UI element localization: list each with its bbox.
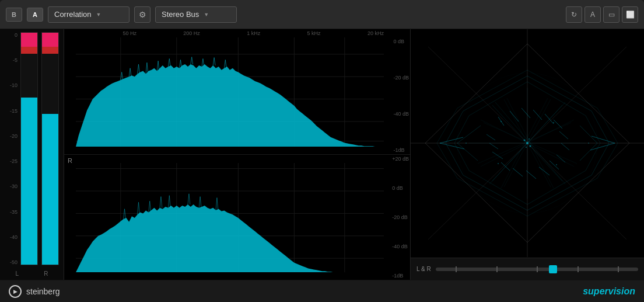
scale-50: -50 [10,259,18,265]
svg-point-66 [528,138,530,140]
module-arrow: ▼ [96,12,102,18]
spectrum-area: 50 Hz 200 Hz 1 kHz 5 kHz 20 kHz [64,29,411,280]
scale-35: -35 [10,209,18,215]
gear-button[interactable]: ⚙ [134,6,150,23]
db-1b: -1dB [392,273,409,279]
vectorscope-area: L R [411,29,644,280]
btn-b[interactable]: B [6,8,22,22]
top-right-buttons: ↻ A ▭ ⬜ [566,6,638,23]
bus-label: Stereo Bus [162,10,199,19]
a-icon: A [590,11,595,19]
rect2-button[interactable]: ⬜ [622,6,638,23]
meter-labels: L R [3,270,61,277]
meters-area: 0 -5 -10 -15 -20 -25 -30 -35 -40 -50 [0,29,64,280]
svg-point-65 [526,147,527,148]
app-container: B A Correlation ▼ ⚙ Stereo Bus ▼ ↻ A ▭ ⬜ [0,0,644,302]
db-20: -20 dB [393,75,409,81]
rect2-icon: ⬜ [626,11,635,19]
a-button[interactable]: A [584,6,601,23]
meter-label-r: R [44,270,48,277]
db-40: -40 dB [393,111,409,117]
svg-point-64 [530,145,531,147]
btn-a[interactable]: A [27,8,43,22]
svg-point-72 [588,143,589,144]
module-label: Correlation [54,10,92,19]
scale-20: -20 [10,133,18,139]
scale-0: 0 [15,32,18,38]
svg-point-71 [466,143,467,144]
svg-point-70 [556,164,557,165]
level-meters: 0 -5 -10 -15 -20 -25 -30 -35 -40 -50 [0,29,64,280]
rect1-button[interactable]: ▭ [603,6,620,23]
steinberg-text: steinberg [26,287,60,296]
svg-point-68 [553,122,554,123]
supervision-logo: supervision [583,286,635,297]
db-plus20: +20 dB [392,156,409,162]
bus-dropdown[interactable]: Stereo Bus ▼ [155,6,237,23]
module-dropdown[interactable]: Correlation ▼ [48,6,130,23]
top-bar: B A Correlation ▼ ⚙ Stereo Bus ▼ ↻ A ▭ ⬜ [0,0,644,29]
spectrum-top-svg [76,37,384,147]
scale-25: -25 [10,158,18,164]
refresh-button[interactable]: ↻ [566,6,582,23]
scale-30: -30 [10,183,18,189]
spectrum-top: 0 dB -20 dB -40 dB -1dB [64,29,410,155]
db-0: 0 dB [393,39,409,44]
svg-point-67 [501,121,502,122]
rect1-icon: ▭ [608,11,615,19]
spectrum-bottom-svg [76,163,384,272]
bus-arrow: ▼ [204,12,209,18]
scale-10: -10 [10,82,18,88]
main-content: 0 -5 -10 -15 -20 -25 -30 -35 -40 -50 [0,29,644,280]
db-20b: -20 dB [392,214,409,220]
db-40b: -40 dB [392,244,409,249]
vectorscope-svg [411,29,644,257]
correlation-bar: L & R [411,258,644,280]
refresh-icon: ↻ [571,11,577,19]
correlation-track[interactable] [436,268,638,271]
svg-point-69 [498,163,499,164]
vision-text: vision [608,286,635,296]
scale-15: -15 [10,108,18,114]
db-0b: 0 dB [392,185,409,191]
spectrum-r-label: R [68,157,72,164]
steinberg-circle-icon: ▶ [9,285,22,298]
bottom-bar: ▶ steinberg supervision [0,280,644,302]
supervision-text: super [583,286,608,296]
vectorscope-display: L R [411,29,644,258]
db-1: -1dB [393,147,409,153]
correlation-label: L & R [416,266,431,272]
steinberg-logo: ▶ steinberg [9,285,60,298]
meter-l [20,32,38,265]
scale-40: -40 [10,234,18,240]
meter-label-l: L [16,270,19,277]
scale-5: -5 [13,57,18,63]
meter-r [41,32,59,265]
svg-point-62 [526,142,528,144]
svg-point-63 [524,140,526,141]
spectrum-bottom: R [64,155,410,280]
gear-icon: ⚙ [139,10,146,19]
correlation-indicator[interactable] [549,265,557,273]
